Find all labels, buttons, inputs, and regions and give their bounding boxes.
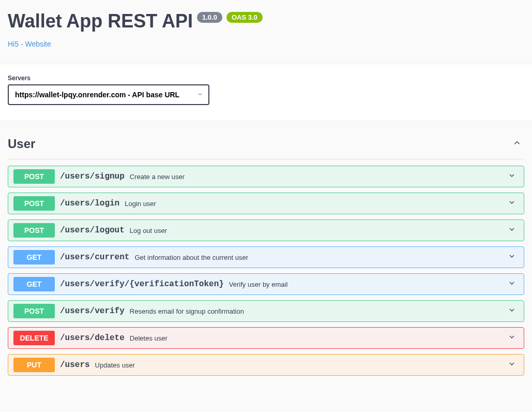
operation-row[interactable]: POST/users/loginLogin user bbox=[8, 193, 524, 214]
tag-header-user[interactable]: User bbox=[8, 131, 524, 159]
server-select-wrap: https://wallet-lpqy.onrender.com - API b… bbox=[8, 84, 209, 105]
operation-summary: Login user bbox=[125, 200, 508, 208]
operation-summary: Log out user bbox=[130, 227, 508, 234]
operation-row[interactable]: DELETE/users/deleteDeletes user bbox=[8, 327, 524, 349]
operation-row[interactable]: GET/users/currentGet information about t… bbox=[8, 246, 524, 268]
operation-path: /users/verify/{verificationToken} bbox=[60, 279, 224, 289]
tag-title: User bbox=[8, 137, 35, 151]
method-badge: GET bbox=[13, 250, 55, 264]
operation-summary: Resends email for signup confirmation bbox=[130, 307, 508, 315]
method-badge: PUT bbox=[13, 358, 55, 372]
operation-row[interactable]: POST/users/logoutLog out user bbox=[8, 219, 524, 241]
operation-path: /users/logout bbox=[60, 226, 125, 235]
chevron-down-icon bbox=[508, 198, 519, 209]
method-badge: DELETE bbox=[13, 331, 55, 345]
operation-summary: Verify user by email bbox=[229, 281, 508, 288]
chevron-down-icon bbox=[508, 279, 519, 289]
operation-row[interactable]: GET/users/verify/{verificationToken}Veri… bbox=[8, 273, 524, 295]
method-badge: POST bbox=[13, 196, 55, 211]
website-link[interactable]: Hi5 - Website bbox=[8, 40, 51, 48]
operation-path: /users/verify bbox=[60, 306, 125, 316]
operation-path: /users/current bbox=[60, 253, 129, 262]
operation-summary: Create a new user bbox=[130, 173, 508, 181]
operations-list: POST/users/signupCreate a new userPOST/u… bbox=[8, 166, 524, 376]
main: User POST/users/signupCreate a new userP… bbox=[0, 121, 532, 402]
title-row: Wallet App REST API 1.0.0 OAS 3.0 bbox=[8, 10, 524, 32]
chevron-down-icon bbox=[508, 360, 519, 370]
chevron-up-icon bbox=[512, 138, 524, 150]
version-badge: 1.0.0 bbox=[197, 12, 222, 23]
operation-summary: Get information about the current user bbox=[134, 254, 508, 261]
servers-label: Servers bbox=[8, 75, 524, 82]
method-badge: POST bbox=[13, 223, 55, 238]
operation-row[interactable]: PUT/usersUpdates user bbox=[8, 354, 524, 376]
chevron-down-icon bbox=[508, 171, 519, 182]
operation-summary: Deletes user bbox=[130, 334, 508, 342]
oas-badge: OAS 3.0 bbox=[226, 12, 263, 23]
link-row: Hi5 - Website bbox=[8, 40, 524, 48]
api-title: Wallet App REST API bbox=[8, 10, 193, 32]
chevron-down-icon bbox=[508, 252, 519, 262]
chevron-down-icon bbox=[508, 306, 519, 316]
server-select[interactable]: https://wallet-lpqy.onrender.com - API b… bbox=[8, 84, 209, 105]
chevron-down-icon bbox=[508, 225, 519, 236]
servers-section: Servers https://wallet-lpqy.onrender.com… bbox=[0, 64, 532, 121]
operation-path: /users/signup bbox=[60, 172, 125, 181]
method-badge: GET bbox=[13, 277, 55, 291]
operation-path: /users bbox=[60, 360, 90, 370]
operation-row[interactable]: POST/users/verifyResends email for signu… bbox=[8, 300, 524, 322]
chevron-down-icon bbox=[508, 333, 519, 343]
method-badge: POST bbox=[13, 304, 55, 318]
method-badge: POST bbox=[13, 169, 55, 184]
operation-summary: Updates user bbox=[95, 361, 508, 369]
operation-row[interactable]: POST/users/signupCreate a new user bbox=[8, 166, 524, 187]
operation-path: /users/delete bbox=[60, 333, 125, 343]
operation-path: /users/login bbox=[60, 199, 119, 208]
header-section: Wallet App REST API 1.0.0 OAS 3.0 Hi5 - … bbox=[0, 0, 532, 64]
